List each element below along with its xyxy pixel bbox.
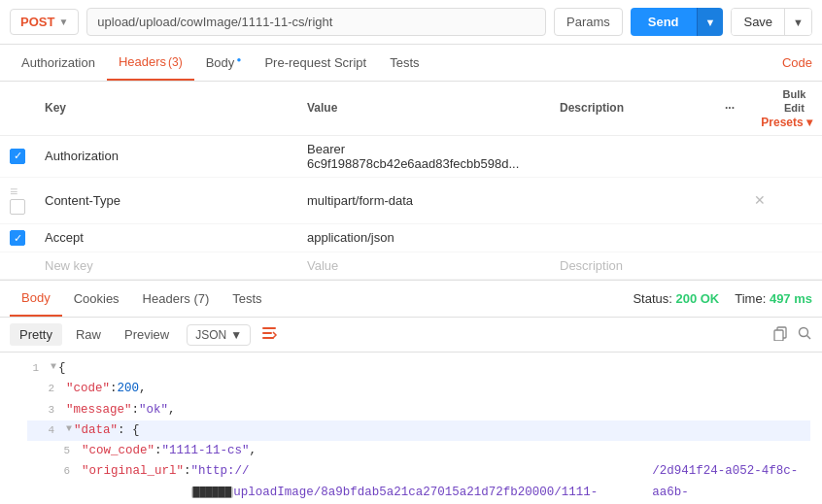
headers-table: Key Value Description ··· BulkEdit Prese… bbox=[0, 82, 822, 280]
collapse-1-icon[interactable]: ▼ bbox=[51, 358, 56, 375]
json-line-3: 3 "message" : "ok" , bbox=[27, 400, 810, 420]
row3-check-cell bbox=[0, 223, 35, 252]
collapse-4-icon[interactable]: ▼ bbox=[66, 420, 72, 437]
json-line-6: 6 "original_url" : "http://██████uploadI… bbox=[43, 461, 810, 504]
send-dropdown-button[interactable]: ▼ bbox=[697, 8, 724, 36]
svg-point-5 bbox=[800, 327, 808, 336]
json-line-1: 1 ▼ { bbox=[12, 358, 810, 379]
tab-body[interactable]: Body ● bbox=[194, 46, 254, 80]
save-button[interactable]: Save bbox=[732, 9, 784, 35]
col-desc-header: Description bbox=[550, 82, 715, 135]
headers-section: Key Value Description ··· BulkEdit Prese… bbox=[0, 82, 822, 281]
row2-check-cell: ≡ bbox=[0, 177, 35, 223]
headers-toolbar: BulkEdit Presets ▾ bbox=[744, 82, 822, 135]
format-label: JSON bbox=[195, 328, 226, 342]
row2-key[interactable]: Content-Type bbox=[35, 177, 297, 223]
table-row: ≡ Content-Type multipart/form-data ✕ bbox=[0, 177, 822, 223]
placeholder-action bbox=[744, 252, 822, 280]
row3-key[interactable]: Accept bbox=[35, 223, 297, 252]
row3-value[interactable]: application/json bbox=[297, 223, 550, 252]
row3-description[interactable] bbox=[550, 223, 715, 252]
url-input[interactable]: upload/upload/cowImage/1111-11-cs/right bbox=[86, 8, 546, 36]
bulk-edit-button[interactable]: BulkEdit bbox=[782, 87, 805, 116]
placeholder-dots bbox=[715, 252, 744, 280]
copy-icon[interactable] bbox=[772, 325, 788, 344]
method-label: POST bbox=[20, 15, 54, 29]
status-area: Status: 200 OK Time: 497 ms bbox=[633, 291, 812, 306]
placeholder-key[interactable]: New key bbox=[35, 252, 297, 280]
row1-key[interactable]: Authorization bbox=[35, 135, 297, 177]
row1-check-cell bbox=[0, 135, 35, 177]
json-line-4: 4 ▼ "data" : { bbox=[27, 420, 810, 441]
tab-authorization[interactable]: Authorization bbox=[10, 46, 107, 80]
placeholder-check bbox=[0, 252, 35, 280]
tab-tests[interactable]: Tests bbox=[378, 46, 430, 80]
col-dots-header: ··· bbox=[715, 82, 744, 135]
wrap-icon[interactable] bbox=[260, 324, 278, 346]
status-code: 200 OK bbox=[675, 291, 719, 306]
table-row: Authorization Bearer 6c9f198878cb42e6aad… bbox=[0, 135, 822, 177]
save-group: Save ▼ bbox=[731, 8, 812, 36]
json-viewer: 1 ▼ { 2 "code" : 200 , 3 "message" : "ok… bbox=[0, 353, 822, 504]
table-row: Accept application/json bbox=[0, 223, 822, 252]
method-chevron-icon: ▼ bbox=[58, 17, 68, 27]
time-label: Time: 497 ms bbox=[735, 291, 812, 306]
res-tab-tests[interactable]: Tests bbox=[221, 282, 273, 316]
res-tab-cookies[interactable]: Cookies bbox=[62, 282, 131, 316]
row3-action bbox=[744, 223, 822, 252]
placeholder-value[interactable]: Value bbox=[297, 252, 550, 280]
res-tab-headers[interactable]: Headers (7) bbox=[131, 282, 222, 316]
row1-checkbox[interactable] bbox=[10, 149, 25, 164]
code-link[interactable]: Code bbox=[782, 55, 812, 70]
json-line-5: 5 "cow_code" : "1111-11-cs" , bbox=[43, 441, 810, 461]
row2-description[interactable] bbox=[550, 177, 715, 223]
table-row-placeholder: New key Value Description bbox=[0, 252, 822, 280]
view-pretty-button[interactable]: Pretty bbox=[10, 323, 62, 346]
row1-action bbox=[744, 135, 822, 177]
row2-dots bbox=[715, 177, 744, 223]
format-select[interactable]: JSON ▼ bbox=[187, 324, 251, 346]
tab-headers[interactable]: Headers(3) bbox=[107, 45, 194, 81]
status-label: Status: 200 OK bbox=[633, 291, 719, 306]
top-bar: POST ▼ upload/upload/cowImage/1111-11-cs… bbox=[0, 0, 822, 45]
col-key-header: Key bbox=[35, 82, 297, 135]
save-dropdown-button[interactable]: ▼ bbox=[784, 9, 811, 35]
json-line-2: 2 "code" : 200 , bbox=[27, 379, 810, 399]
col-value-header: Value bbox=[297, 82, 550, 135]
send-group: Send ▼ bbox=[631, 8, 724, 36]
row1-value[interactable]: Bearer 6c9f198878cb42e6aad83fecbb598d... bbox=[297, 135, 550, 177]
tab-prerequest[interactable]: Pre-request Script bbox=[253, 46, 378, 80]
time-value: 497 ms bbox=[770, 291, 812, 306]
row2-delete-icon[interactable]: ✕ bbox=[754, 192, 766, 208]
svg-line-6 bbox=[807, 335, 811, 339]
params-button[interactable]: Params bbox=[554, 8, 623, 36]
res-tab-body[interactable]: Body bbox=[10, 281, 62, 317]
view-raw-button[interactable]: Raw bbox=[66, 323, 111, 346]
row1-description[interactable] bbox=[550, 135, 715, 177]
row2-value[interactable]: multipart/form-data bbox=[297, 177, 550, 223]
drag-handle-icon[interactable]: ≡ bbox=[10, 184, 17, 199]
svg-rect-2 bbox=[262, 337, 274, 339]
row1-dots bbox=[715, 135, 744, 177]
placeholder-desc[interactable]: Description bbox=[550, 252, 715, 280]
response-tabs-bar: Body Cookies Headers (7) Tests Status: 2… bbox=[0, 281, 822, 318]
col-check-header bbox=[0, 82, 35, 135]
method-select[interactable]: POST ▼ bbox=[10, 9, 79, 35]
code-toolbar: Pretty Raw Preview JSON ▼ bbox=[0, 318, 822, 353]
row2-action: ✕ bbox=[744, 177, 822, 223]
send-button[interactable]: Send bbox=[631, 8, 697, 36]
svg-rect-4 bbox=[774, 330, 783, 341]
row3-dots bbox=[715, 223, 744, 252]
svg-rect-0 bbox=[262, 327, 276, 329]
format-chevron-icon: ▼ bbox=[230, 328, 242, 342]
row2-checkbox[interactable] bbox=[10, 199, 25, 215]
presets-button[interactable]: Presets ▾ bbox=[761, 116, 812, 129]
view-preview-button[interactable]: Preview bbox=[115, 323, 179, 346]
row3-checkbox[interactable] bbox=[10, 230, 25, 246]
request-tabs-bar: Authorization Headers(3) Body ● Pre-requ… bbox=[0, 45, 822, 82]
svg-rect-1 bbox=[262, 332, 272, 334]
search-icon[interactable] bbox=[798, 326, 812, 344]
